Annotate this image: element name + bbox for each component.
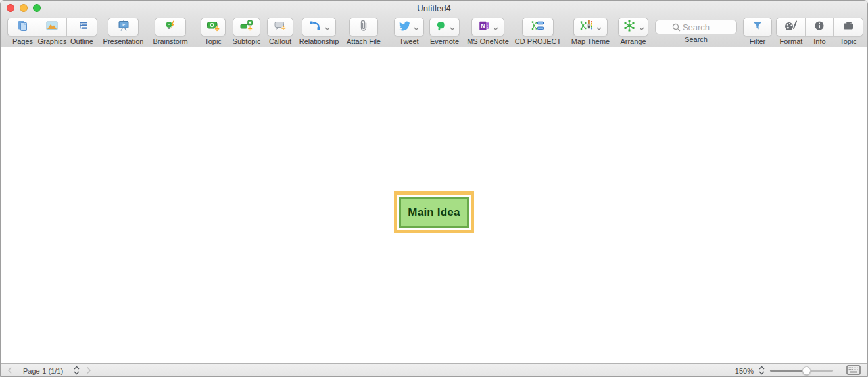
info-button[interactable] [806,18,834,36]
brainstorm-label: Brainstorm [153,38,187,45]
topic-add-icon [206,19,220,35]
attach-file-cell: Attach File [346,18,381,45]
callout-cell: Callout [266,18,294,45]
close-button[interactable] [7,4,14,12]
search-cell: Search [655,18,737,43]
graphics-button[interactable] [37,18,67,36]
topic-selection-frame[interactable]: Main Idea [394,191,474,233]
map-theme-cell: Map Theme [570,18,611,45]
brainstorm-button[interactable] [155,18,186,36]
tweet-label: Tweet [399,38,418,45]
callout-button[interactable] [267,18,293,36]
twitter-bird-icon [399,20,410,34]
paperclip-icon [357,19,370,35]
format-button[interactable] [777,18,806,36]
presentation-cell: Presentation [97,18,149,45]
topic-panel-label: Topic [834,38,863,45]
inspector-group: Format Info Topic [776,18,863,45]
zoom-level: 150% [735,367,754,375]
arrange-cell: Arrange [617,18,649,45]
zoom-slider-track-filled [770,370,807,372]
graphics-icon [45,19,59,35]
window-title: Untitled4 [1,3,867,13]
palette-pen-icon [784,19,798,35]
cd-project-button[interactable] [522,18,554,36]
pages-icon [16,19,29,35]
zoom-slider-thumb[interactable] [802,366,811,375]
minimize-button[interactable] [20,4,28,12]
subtopic-label: Subtopic [233,38,261,45]
ms-onenote-cell: N MS OneNote [466,18,510,45]
brainstorm-cell: Brainstorm [149,18,191,45]
graphics-label: Graphics [37,38,67,45]
evernote-elephant-icon [435,20,446,34]
page-stepper-icon[interactable] [74,366,80,376]
chevron-down-icon [596,21,602,33]
arrange-button[interactable] [618,18,648,36]
onenote-icon: N [478,20,490,34]
subtopic-button[interactable] [233,18,260,36]
chevron-down-icon [450,21,455,33]
prev-page-icon[interactable] [7,366,12,376]
pages-label: Pages [8,38,37,45]
evernote-cell: Evernote [427,18,462,45]
zoom-slider[interactable] [770,366,833,375]
status-bar: Page-1 (1/1) 150% [1,363,867,377]
search-label: Search [685,36,708,43]
presentation-label: Presentation [103,38,144,45]
main-toolbar: Pages Graphics Outline Presentation Brai… [1,15,867,47]
brainstorm-icon [164,19,177,35]
chevron-down-icon [493,21,498,33]
filter-funnel-icon [751,19,764,35]
tweet-button[interactable] [394,18,424,36]
app-window: Untitled4 Pages Graphics Outline [0,0,868,377]
map-theme-brush-icon [580,19,593,35]
relationship-cell: Relationship [297,18,341,45]
topic-panel-button[interactable] [834,18,863,36]
outline-icon [76,19,89,35]
map-canvas[interactable]: Main Idea [0,47,868,363]
topic-label: Topic [205,38,222,45]
outline-label: Outline [67,38,97,45]
pages-button[interactable] [8,18,37,36]
attach-file-button[interactable] [349,18,378,36]
ms-onenote-label: MS OneNote [467,38,509,45]
chevron-down-icon [325,21,330,33]
arrange-label: Arrange [620,38,646,45]
chevron-down-icon [414,21,419,33]
relationship-label: Relationship [299,38,339,45]
presentation-button[interactable] [108,18,139,36]
page-indicator: Page-1 (1/1) [19,367,67,375]
filter-cell: Filter [743,18,772,45]
tweet-cell: Tweet [394,18,424,45]
presentation-icon [117,19,130,35]
evernote-button[interactable] [429,18,460,36]
subtopic-add-icon [240,19,253,35]
relationship-icon [308,19,322,35]
cd-project-cell: CD PROJECT [514,18,562,45]
topic-button[interactable] [201,18,226,36]
next-page-icon[interactable] [86,366,91,376]
info-circle-icon [813,20,825,34]
title-bar: Untitled4 [1,1,867,15]
map-theme-button[interactable] [573,18,608,36]
topic-cell: Topic [202,18,224,45]
keyboard-icon[interactable] [846,365,861,376]
traffic-lights [7,4,41,12]
svg-text:N: N [481,22,485,29]
search-input[interactable] [655,20,737,34]
zoom-button[interactable] [33,4,41,12]
arrange-radial-icon [623,19,636,35]
format-label: Format [777,38,806,45]
cd-project-icon [531,19,544,35]
cd-project-label: CD PROJECT [515,38,561,45]
main-idea-topic[interactable]: Main Idea [399,197,469,228]
zoom-stepper-icon[interactable] [759,366,765,376]
outline-button[interactable] [67,18,97,36]
topic-panel-icon [842,19,855,35]
relationship-button[interactable] [302,18,336,36]
evernote-label: Evernote [430,38,459,45]
ms-onenote-button[interactable]: N [471,18,504,36]
filter-label: Filter [750,38,765,45]
filter-button[interactable] [743,18,772,36]
